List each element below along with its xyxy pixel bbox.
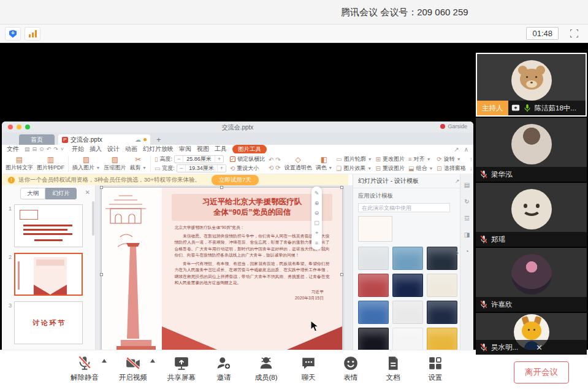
tab-home[interactable]: 首页 — [19, 134, 55, 145]
selection-handle[interactable] — [100, 186, 103, 189]
group-button[interactable]: ⬓组合 ▼ — [408, 164, 433, 172]
width-stepper[interactable]: −19.34厘米+ — [177, 164, 226, 172]
set-transparent-button[interactable]: ◇设置透明色 — [284, 156, 312, 172]
outline-tab[interactable]: 大纲 — [20, 188, 45, 199]
current-template-thumbnail[interactable] — [358, 216, 392, 242]
mic-options-caret[interactable] — [102, 359, 107, 363]
current-slide[interactable]: 习近平给北京大学援鄂医疗队 全体“90后”党员的回信 北京大学援鄂医疗队全体“9… — [102, 188, 342, 364]
leave-meeting-button[interactable]: 离开会议 — [514, 361, 569, 383]
selection-handle[interactable] — [100, 273, 103, 276]
next-templates-arrow[interactable]: › — [456, 248, 459, 257]
canvas-floating-toolbar[interactable]: ✎ ⊕ ⊖ ▢ ⌖ ≡ — [311, 187, 322, 250]
participant-tile-host[interactable]: 主持人 陈洁茹18中... — [476, 53, 587, 117]
template-thumbnail[interactable] — [358, 274, 389, 297]
participant-tile[interactable]: 许嘉欣 — [476, 248, 587, 312]
selection-handle[interactable] — [220, 186, 223, 189]
network-quality-button[interactable] — [25, 27, 40, 40]
menu-tab-animation[interactable]: 动画 — [125, 145, 137, 153]
wps-account[interactable]: Garside — [440, 123, 467, 129]
menu-file[interactable]: 文件 — [7, 145, 19, 153]
popout-icon[interactable]: ↗ — [455, 178, 460, 184]
insert-picture-button[interactable]: ▨插入图片 ▼ — [72, 156, 100, 172]
slide-thumbnail-1[interactable]: 1 — [6, 204, 91, 247]
reset-picture-button[interactable]: ⊟重设图片 — [376, 164, 405, 172]
start-video-button[interactable]: 开启视频 — [117, 355, 149, 382]
rotate-menu-button[interactable]: ⟳旋转 ▼ — [437, 155, 465, 163]
template-thumbnail[interactable] — [358, 247, 389, 270]
close-panel-icon[interactable]: ✕ — [85, 189, 90, 196]
share-icon[interactable]: ↗ — [454, 146, 459, 153]
emoji-smiley-icon — [343, 355, 359, 371]
chat-button[interactable]: 聊天 — [292, 355, 324, 382]
selection-handle[interactable] — [340, 273, 343, 276]
template-thumbnail[interactable] — [358, 301, 389, 324]
chat-bubble-icon — [300, 355, 316, 371]
letter-date: 2020年3月15日 — [174, 295, 324, 301]
picture-effect-button[interactable]: ❏图片效果 ▼ — [336, 164, 372, 172]
compress-picture-button[interactable]: ▧压缩图片 — [104, 156, 126, 172]
video-options-caret[interactable] — [150, 359, 155, 363]
trial-button[interactable]: 立即试用7天 — [212, 175, 259, 185]
close-icon[interactable]: ✕ — [536, 343, 543, 352]
menu-tab-insert[interactable]: 插入 — [90, 145, 102, 153]
lock-ratio-checkbox[interactable]: ✓锁定纵横比 — [230, 155, 265, 163]
picture-outline-button[interactable]: ▭图片轮廓 ▼ — [336, 155, 372, 163]
pane-tab-icon: ↻ — [464, 198, 469, 205]
template-thumbnail[interactable] — [392, 274, 423, 297]
pic-to-pdf-icon: ▥ — [47, 156, 54, 163]
slide-thumbnail-2-selected[interactable]: 2 — [6, 253, 91, 296]
template-thumbnail[interactable] — [392, 328, 423, 351]
tab-document[interactable]: P 交流会.pptx ☁ — [58, 134, 150, 145]
rotate-buttons[interactable]: ↶↷ ⟲⟳ — [269, 156, 281, 171]
fullscreen-icon[interactable] — [570, 29, 578, 37]
pic-to-text-button[interactable]: ▤图片转文字 — [6, 156, 33, 172]
menu-tab-view[interactable]: 视图 — [197, 145, 209, 153]
template-thumbnail[interactable] — [427, 274, 457, 297]
unmute-button[interactable]: 解除静音 — [69, 355, 101, 382]
selection-handle[interactable] — [340, 186, 343, 189]
template-thumbnail[interactable] — [427, 247, 457, 270]
template-thumbnail[interactable] — [427, 301, 457, 324]
send-backward-button[interactable]: ↓下移一层 ▼ — [470, 164, 473, 172]
participant-tile[interactable]: 昊水明... ✕ — [476, 313, 587, 355]
menu-tab-review[interactable]: 审阅 — [179, 145, 191, 153]
thumbnail-scrollbar[interactable] — [92, 201, 94, 236]
menu-tab-design[interactable]: 设计 — [107, 145, 120, 153]
height-stepper[interactable]: −25.86厘米+ — [174, 155, 224, 163]
selection-pane-button[interactable]: ⊡选择窗格 — [437, 164, 465, 172]
participant-tile[interactable]: 郑瑶 — [476, 183, 587, 247]
collapse-ribbon-icon[interactable]: ∧ — [464, 146, 468, 153]
menu-tab-start[interactable]: 开始 — [72, 145, 84, 153]
tint-button[interactable]: ◧调色 ▼ — [316, 156, 332, 172]
participant-name: 陈洁茹18中... — [535, 104, 576, 113]
template-thumbnail[interactable] — [358, 328, 389, 351]
bring-forward-button[interactable]: ↑上移一层 ▼ — [470, 155, 473, 163]
participant-tile[interactable]: 梁华泓 — [476, 118, 587, 182]
menu-tab-slideshow[interactable]: 幻灯片放映 — [143, 145, 174, 153]
slide-thumbnail-3[interactable]: 3 讨 论 环 节 — [6, 301, 91, 344]
menu-tab-tools[interactable]: 工具 — [215, 145, 227, 153]
emoji-button[interactable]: 表情 — [335, 355, 367, 382]
change-picture-button[interactable]: ⊞更改图片 — [376, 155, 405, 163]
security-shield-button[interactable] — [5, 27, 21, 40]
new-tab-button[interactable]: + — [156, 135, 161, 144]
avatar-photo — [511, 124, 552, 164]
docs-button[interactable]: 文档 — [377, 355, 409, 382]
align-button[interactable]: ≡对齐 ▼ — [408, 155, 433, 163]
template-thumbnail[interactable] — [392, 301, 423, 324]
task-pane-tabs[interactable]: ▤ ↻ ☲ ◨ ◔ — [460, 174, 473, 368]
slides-tab[interactable]: 幻灯片 — [45, 188, 77, 199]
droplet-icon: ◇ — [296, 156, 301, 163]
settings-button[interactable]: 设置 — [419, 355, 451, 382]
members-button[interactable]: 成员(8) — [250, 355, 282, 382]
crop-button[interactable]: ✂裁剪 ▼ — [129, 156, 146, 172]
quick-access-icons[interactable]: ▤⊟⊙↶↷˅ — [25, 146, 66, 152]
pic-to-text-icon: ▤ — [16, 156, 23, 163]
pic-to-pdf-button[interactable]: ▥图片转PDF — [37, 156, 64, 172]
template-thumbnail[interactable] — [427, 328, 457, 351]
template-thumbnail[interactable] — [392, 247, 423, 270]
share-screen-button[interactable]: 共享屏幕 — [166, 355, 197, 382]
menu-tab-picture-tools[interactable]: 图片工具 — [232, 145, 267, 154]
invite-button[interactable]: 邀请 — [208, 355, 240, 382]
reset-size-button[interactable]: ⟲重设大小 — [230, 164, 265, 172]
